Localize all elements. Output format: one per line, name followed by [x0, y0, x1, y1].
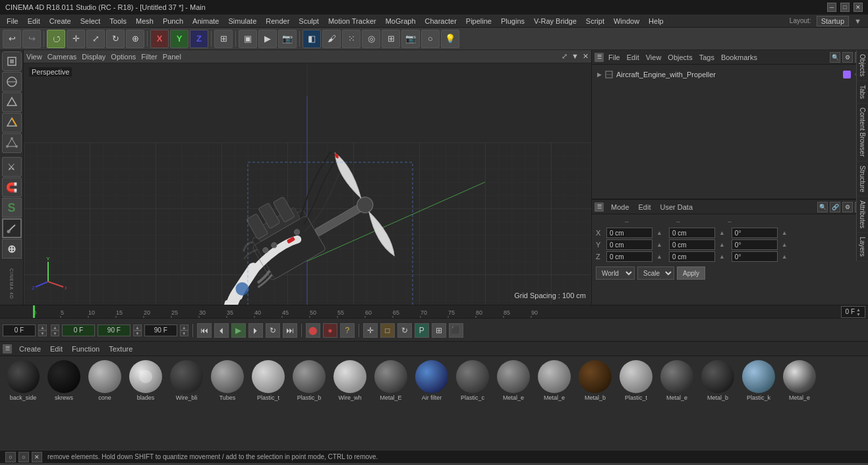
viewport-view-menu[interactable]: View	[26, 53, 42, 61]
y-scale-input[interactable]	[669, 239, 715, 250]
tab-structure[interactable]: Structure	[856, 162, 868, 197]
y-axis-button[interactable]: Y	[170, 30, 188, 48]
viewport-close-icon[interactable]: ✕	[583, 52, 589, 61]
attr-link-icon[interactable]: 🔗	[830, 202, 840, 212]
view-dots[interactable]: ⁙	[342, 30, 361, 48]
viewport-panel-menu[interactable]: Panel	[163, 53, 181, 61]
view-grid[interactable]: ⊞	[382, 30, 400, 48]
menu-plugins[interactable]: Plugins	[497, 16, 529, 26]
start-frame-up[interactable]: ▲	[38, 325, 47, 330]
menu-edit[interactable]: Edit	[24, 16, 44, 26]
material-back-side[interactable]: back_side	[3, 359, 43, 402]
material-metal-e3[interactable]: Metal_e	[534, 359, 575, 402]
menu-script[interactable]: Script	[582, 16, 608, 26]
polygon-mode-button[interactable]	[2, 92, 22, 112]
menu-sculpt[interactable]: Sculpt	[295, 16, 323, 26]
search-icon[interactable]: 🔍	[830, 52, 840, 63]
end-frame-up[interactable]: ▲	[133, 325, 142, 330]
material-cone[interactable]: cone	[84, 359, 125, 402]
edge-mode-button[interactable]	[2, 113, 22, 133]
materials-create-menu[interactable]: Create	[17, 345, 43, 353]
tab-layers[interactable]: Layers	[856, 233, 868, 261]
object-mode-button[interactable]	[2, 51, 22, 71]
total-end-up[interactable]: ▲	[180, 325, 188, 330]
world-dropdown[interactable]: World Object Local	[596, 266, 635, 280]
keyframe-button[interactable]: ⬛	[449, 323, 463, 338]
material-metal-b2[interactable]: Metal_b	[697, 359, 738, 402]
preview-start-input[interactable]	[62, 325, 95, 336]
view-sphere[interactable]: ○	[421, 30, 440, 48]
material-metal-e[interactable]: Metal_E	[370, 359, 411, 402]
loop-button[interactable]: ↻	[266, 323, 280, 338]
material-air-filter[interactable]: Air filter	[411, 359, 452, 402]
start-frame-down[interactable]: ▼	[38, 330, 47, 336]
frame-down[interactable]: ▼	[856, 312, 861, 317]
view-camera[interactable]: 📷	[401, 30, 420, 48]
rotate-anim-button[interactable]: ↻	[397, 323, 412, 338]
material-metal-shiny[interactable]: Metal_e	[779, 359, 820, 402]
view-cube-front[interactable]: ◧	[303, 30, 321, 48]
material-wire-wh[interactable]: Wire_wh	[330, 359, 370, 402]
record-button[interactable]: ●	[323, 323, 337, 338]
objects-view-menu[interactable]: View	[644, 53, 664, 61]
material-wire-bli[interactable]: Wire_bli	[166, 359, 207, 402]
close-button[interactable]: ✕	[854, 3, 863, 12]
viewport[interactable]: Y X Z Perspective Grid Spacing : 100 cm	[24, 63, 591, 305]
texture-mode-button[interactable]	[2, 72, 22, 92]
material-metal-e2[interactable]: Metal_e	[493, 359, 534, 402]
position-anim-button[interactable]: P	[415, 323, 429, 338]
point-mode-button[interactable]	[2, 133, 22, 153]
menu-file[interactable]: File	[3, 16, 22, 26]
x-rot-input[interactable]	[732, 228, 778, 238]
z-axis-button[interactable]: Z	[190, 30, 208, 48]
menu-vray[interactable]: V-Ray Bridge	[530, 16, 581, 26]
total-end-frame-input[interactable]	[144, 325, 177, 336]
apply-button[interactable]: Apply	[677, 266, 705, 280]
scale-dropdown[interactable]: Scale Size	[637, 266, 674, 280]
grid-anim-button[interactable]: ⊞	[432, 323, 446, 338]
object-item[interactable]: ▶ Aircraft_Engine_with_Propeller 👁	[594, 67, 865, 82]
x-axis-button[interactable]: X	[150, 30, 169, 48]
viewport-display-menu[interactable]: Display	[82, 53, 105, 61]
attr-mode-menu[interactable]: Mode	[609, 203, 631, 211]
render-picture[interactable]: 📷	[278, 30, 297, 48]
objects-edit-menu[interactable]: Edit	[625, 53, 641, 61]
step-back-button[interactable]: ⏴	[214, 323, 229, 338]
menu-simulate[interactable]: Simulate	[224, 16, 260, 26]
menu-create[interactable]: Create	[45, 16, 75, 26]
minimize-button[interactable]: ─	[827, 3, 836, 12]
view-loop[interactable]: ◎	[362, 30, 380, 48]
record-stop-button[interactable]: ⬤	[306, 323, 320, 338]
tab-objects[interactable]: Objects	[856, 50, 868, 81]
brush-tool[interactable]	[2, 218, 22, 238]
y-pos-input[interactable]	[606, 239, 652, 250]
x-scale-input[interactable]	[669, 228, 715, 238]
scale-tool[interactable]: ⤢	[86, 30, 105, 48]
viewport-filter-menu[interactable]: Filter	[141, 53, 157, 61]
material-plastic-c[interactable]: Plastic_c	[452, 359, 493, 402]
material-plastic-b[interactable]: Plastic_b	[289, 359, 330, 402]
tab-tabs[interactable]: Tabs	[856, 81, 868, 104]
objects-config-icon[interactable]: ⚙	[842, 52, 853, 63]
viewport-expand-icon[interactable]: ⤢	[562, 52, 567, 61]
total-end-down[interactable]: ▼	[180, 330, 188, 336]
y-rot-input[interactable]	[732, 239, 778, 250]
status-icon-close[interactable]: ✕	[32, 452, 42, 462]
current-frame-display[interactable]: 0 F ▲ ▼	[841, 306, 865, 318]
snapping-tool[interactable]: ⊕	[2, 239, 22, 259]
materials-texture-menu[interactable]: Texture	[107, 345, 134, 353]
objects-file-menu[interactable]: File	[606, 53, 622, 61]
world-coord-button[interactable]: ⊞	[214, 30, 233, 48]
material-skrews[interactable]: skrews	[43, 359, 84, 402]
frame-up[interactable]: ▲	[856, 307, 861, 312]
magnet-tool[interactable]: 🧲	[2, 177, 22, 197]
view-paint[interactable]: 🖌	[322, 30, 341, 48]
play-button[interactable]: ▶	[231, 323, 246, 338]
material-metal-b[interactable]: Metal_b	[575, 359, 616, 402]
attr-edit-menu[interactable]: Edit	[637, 203, 653, 211]
material-tubes[interactable]: Tubes	[207, 359, 248, 402]
z-scale-input[interactable]	[669, 251, 715, 262]
go-to-start-button[interactable]: ⏮	[197, 323, 212, 338]
status-icon-2[interactable]: ○	[18, 452, 29, 462]
move-tool[interactable]: ✛	[67, 30, 85, 48]
